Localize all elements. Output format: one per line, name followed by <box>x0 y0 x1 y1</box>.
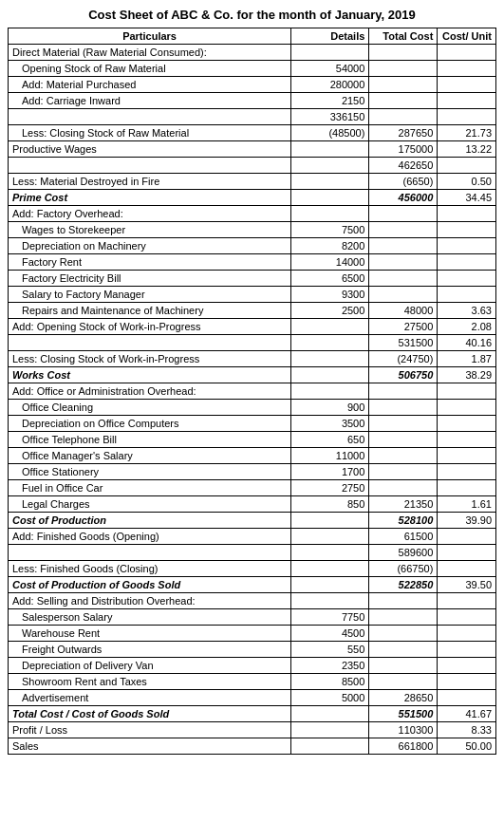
table-row: Add: Carriage Inward2150 <box>9 93 496 109</box>
cell-total <box>369 45 438 61</box>
table-row: Advertisement500028650 <box>9 690 496 706</box>
cell-unit <box>438 77 496 93</box>
cell-details: 8200 <box>291 238 369 254</box>
table-row: Repairs and Maintenance of Machinery2500… <box>9 303 496 319</box>
cell-particulars: Add: Factory Overhead: <box>9 206 291 222</box>
cell-total <box>369 271 438 287</box>
cell-total <box>369 416 438 432</box>
cell-unit <box>438 464 496 480</box>
cell-unit <box>438 626 496 642</box>
table-row: Add: Opening Stock of Work-in-Progress27… <box>9 319 496 335</box>
table-row: Opening Stock of Raw Material54000 <box>9 61 496 77</box>
table-row: Prime Cost45600034.45 <box>9 190 496 206</box>
cell-details: 2150 <box>291 93 369 109</box>
cell-unit: 39.90 <box>438 513 496 529</box>
cell-particulars: Office Cleaning <box>9 400 291 416</box>
cell-particulars: Legal Charges <box>9 496 291 513</box>
cell-details <box>291 158 369 174</box>
cell-unit <box>438 383 496 400</box>
table-row: Direct Material (Raw Material Consumed): <box>9 45 496 61</box>
cell-details: 1700 <box>291 464 369 480</box>
cell-unit <box>438 238 496 254</box>
cell-particulars: Less: Finished Goods (Closing) <box>9 561 291 577</box>
cell-details <box>291 206 369 222</box>
cell-particulars: Less: Closing Stock of Work-in-Progress <box>9 351 291 367</box>
cell-total <box>369 400 438 416</box>
cell-particulars: Freight Outwards <box>9 642 291 658</box>
cell-unit: 50.00 <box>438 738 496 755</box>
cell-unit: 34.45 <box>438 190 496 206</box>
cell-particulars: Office Manager's Salary <box>9 448 291 464</box>
cell-particulars: Wages to Storekeeper <box>9 222 291 238</box>
cell-total <box>369 593 438 609</box>
cell-total: 48000 <box>369 303 438 319</box>
cell-details: 7750 <box>291 609 369 626</box>
table-row: Office Telephone Bill650 <box>9 432 496 448</box>
cell-particulars: Factory Electricity Bill <box>9 271 291 287</box>
cell-details: 2500 <box>291 303 369 319</box>
cell-details <box>291 529 369 545</box>
cell-particulars: Fuel in Office Car <box>9 480 291 496</box>
cell-total <box>369 674 438 690</box>
cell-details <box>291 545 369 561</box>
table-row: Cost of Production52810039.90 <box>9 513 496 529</box>
table-row: Less: Closing Stock of Raw Material(4850… <box>9 125 496 141</box>
cell-unit: 40.16 <box>438 335 496 351</box>
cell-unit: 41.67 <box>438 706 496 722</box>
cell-details: 4500 <box>291 626 369 642</box>
cell-total <box>369 93 438 109</box>
cell-particulars: Cost of Production of Goods Sold <box>9 577 291 593</box>
cell-total: 28650 <box>369 690 438 706</box>
cell-details: 3500 <box>291 416 369 432</box>
cell-particulars: Cost of Production <box>9 513 291 529</box>
cell-unit <box>438 271 496 287</box>
table-row: Salary to Factory Manager9300 <box>9 287 496 303</box>
cell-total <box>369 464 438 480</box>
cell-total: 506750 <box>369 367 438 383</box>
table-row: Add: Office or Administration Overhead: <box>9 383 496 400</box>
cell-details <box>291 174 369 190</box>
cell-particulars <box>9 109 291 125</box>
cell-details: 9300 <box>291 287 369 303</box>
cell-total: 522850 <box>369 577 438 593</box>
cell-details <box>291 738 369 755</box>
cell-total: 287650 <box>369 125 438 141</box>
cell-particulars: Advertisement <box>9 690 291 706</box>
cell-details <box>291 593 369 609</box>
cell-total: 551500 <box>369 706 438 722</box>
cell-unit: 39.50 <box>438 577 496 593</box>
table-row: Showroom Rent and Taxes8500 <box>9 674 496 690</box>
cell-unit <box>438 416 496 432</box>
cell-details: 850 <box>291 496 369 513</box>
cell-unit <box>438 287 496 303</box>
cell-unit: 1.61 <box>438 496 496 513</box>
cell-unit <box>438 561 496 577</box>
cell-details: 11000 <box>291 448 369 464</box>
cell-particulars: Add: Selling and Distribution Overhead: <box>9 593 291 609</box>
cell-total <box>369 77 438 93</box>
cell-unit <box>438 448 496 464</box>
cell-unit <box>438 400 496 416</box>
cell-particulars: Less: Closing Stock of Raw Material <box>9 125 291 141</box>
cell-total: 110300 <box>369 722 438 738</box>
cell-total <box>369 609 438 626</box>
header-total-cost: Total Cost <box>369 28 438 45</box>
cell-particulars: Prime Cost <box>9 190 291 206</box>
cell-unit <box>438 674 496 690</box>
table-row: Freight Outwards550 <box>9 642 496 658</box>
table-row: 589600 <box>9 545 496 561</box>
cell-particulars: Depreciation on Machinery <box>9 238 291 254</box>
cell-total: 661800 <box>369 738 438 755</box>
cell-particulars: Office Telephone Bill <box>9 432 291 448</box>
cell-particulars <box>9 158 291 174</box>
table-row: Salesperson Salary7750 <box>9 609 496 626</box>
cell-details <box>291 141 369 158</box>
cell-particulars: Factory Rent <box>9 254 291 271</box>
cell-unit <box>438 206 496 222</box>
cell-total: (6650) <box>369 174 438 190</box>
cell-details <box>291 190 369 206</box>
cell-particulars: Add: Carriage Inward <box>9 93 291 109</box>
cell-total: 531500 <box>369 335 438 351</box>
cell-total <box>369 658 438 674</box>
cell-details <box>291 319 369 335</box>
